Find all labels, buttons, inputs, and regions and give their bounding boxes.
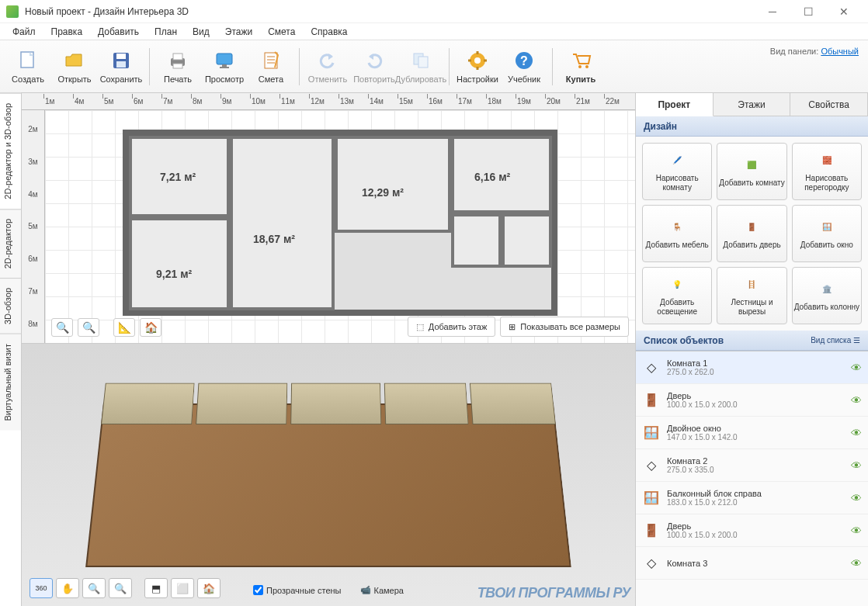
vtab-2d-editor[interactable]: 2D-редактор xyxy=(0,209,21,278)
zoom-in-3d-button[interactable]: 🔍 xyxy=(109,578,132,598)
app-icon xyxy=(6,5,19,18)
add-column-button[interactable]: 🏛️Добавить колонну xyxy=(792,267,862,324)
preview-button[interactable]: Просмотр xyxy=(201,44,248,89)
object-list: ◇Комната 1275.0 x 262.0👁 🚪Дверь100.0 x 1… xyxy=(636,351,868,606)
3d-tools: 360 ✋ 🔍 🔍 ⬒ ⬜ 🏠 xyxy=(30,578,220,598)
transparent-walls-checkbox[interactable]: Прозрачные стены xyxy=(253,585,341,595)
svg-text:?: ? xyxy=(520,54,528,68)
visibility-toggle[interactable]: 👁 xyxy=(851,362,862,374)
svg-rect-15 xyxy=(418,57,428,68)
fit-button[interactable]: ⬜ xyxy=(171,578,194,598)
list-item[interactable]: 🚪Дверь100.0 x 15.0 x 200.0👁 xyxy=(636,384,868,417)
3d-viewport[interactable]: 360 ✋ 🔍 🔍 ⬒ ⬜ 🏠 Прозрачные стены 📹 Камер… xyxy=(22,343,635,606)
settings-button[interactable]: Настройки xyxy=(454,44,501,89)
menu-view[interactable]: Вид xyxy=(185,25,217,39)
vtab-combined[interactable]: 2D-редактор и 3D-обзор xyxy=(0,93,21,209)
add-furniture-button[interactable]: 🪑Добавить мебель xyxy=(642,205,712,262)
menu-estimate[interactable]: Смета xyxy=(260,25,303,39)
show-dims-button[interactable]: ⊞Показывать все размеры xyxy=(500,317,629,337)
panel-view-link[interactable]: Обычный xyxy=(821,47,859,56)
vtab-3d-view[interactable]: 3D-обзор xyxy=(0,278,21,334)
open-button[interactable]: Открыть xyxy=(51,44,98,89)
list-item[interactable]: 🪟Балконный блок справа183.0 x 15.0 x 212… xyxy=(636,482,868,514)
menu-add[interactable]: Добавить xyxy=(90,25,147,39)
list-item[interactable]: 🚪Дверь100.0 x 15.0 x 200.0👁 xyxy=(636,514,868,547)
cut-view-button[interactable]: ⬒ xyxy=(144,578,168,598)
rotate-360-button[interactable]: 360 xyxy=(30,578,53,598)
menu-plan[interactable]: План xyxy=(147,25,185,39)
room-5[interactable] xyxy=(129,217,230,310)
room-7[interactable] xyxy=(502,213,552,268)
list-item[interactable]: ◇Комната 1275.0 x 262.0👁 xyxy=(636,351,868,384)
camera-icon: 📹 xyxy=(360,585,371,595)
visibility-toggle[interactable]: 👁 xyxy=(851,492,862,504)
minimize-button[interactable]: ─ xyxy=(755,0,790,23)
pan-button[interactable]: ✋ xyxy=(56,578,79,598)
menu-floors[interactable]: Этажи xyxy=(217,25,260,39)
visibility-toggle[interactable]: 👁 xyxy=(851,557,862,570)
menu-help[interactable]: Справка xyxy=(303,25,355,39)
visibility-toggle[interactable]: 👁 xyxy=(851,394,862,407)
stairs-cutouts-button[interactable]: 🪜Лестницы и вырезы xyxy=(717,267,786,324)
add-lighting-button[interactable]: 💡Добавить освещение xyxy=(642,267,712,324)
save-button[interactable]: Сохранить xyxy=(98,44,144,89)
watermark: ТВОИ ПРОГРАММЫ РУ xyxy=(477,585,630,601)
room-2[interactable] xyxy=(230,136,335,310)
tab-project[interactable]: Проект xyxy=(636,93,713,116)
list-item[interactable]: 🪟Двойное окно147.0 x 15.0 x 142.0👁 xyxy=(636,417,868,449)
list-item[interactable]: ◇Комната 2275.0 x 335.0👁 xyxy=(636,449,868,482)
visibility-toggle[interactable]: 👁 xyxy=(851,427,862,439)
design-tools-grid: 🖊️Нарисовать комнату 🟩Добавить комнату 🧱… xyxy=(636,137,868,331)
cart-icon xyxy=(570,50,592,71)
window-title: Новый проект - Дизайн Интерьера 3D xyxy=(25,6,755,17)
room-icon: ◇ xyxy=(642,358,661,377)
visibility-toggle[interactable]: 👁 xyxy=(851,525,862,537)
buy-button[interactable]: Купить xyxy=(557,44,604,89)
duplicate-button[interactable]: Дублировать xyxy=(398,44,444,89)
room-icon: ◇ xyxy=(642,554,661,573)
tab-floors[interactable]: Этажи xyxy=(713,93,791,116)
print-button[interactable]: Печать xyxy=(155,44,201,89)
draw-room-button[interactable]: 🖊️Нарисовать комнату xyxy=(642,143,712,200)
svg-rect-8 xyxy=(222,64,227,67)
tutorial-button[interactable]: ?Учебник xyxy=(501,44,547,89)
estimate-button[interactable]: Смета xyxy=(248,44,294,89)
zoom-in-button[interactable]: 🔍 xyxy=(78,318,99,337)
home-button[interactable]: 🏠 xyxy=(140,318,161,337)
tab-properties[interactable]: Свойства xyxy=(790,93,868,116)
add-room-button[interactable]: 🟩Добавить комнату xyxy=(717,143,786,200)
add-door-button[interactable]: 🚪Добавить дверь xyxy=(717,205,786,262)
room-3[interactable] xyxy=(335,136,451,233)
camera-checkbox[interactable]: 📹 Камера xyxy=(360,585,404,595)
visibility-toggle[interactable]: 👁 xyxy=(851,459,862,472)
ruler-vertical: 2м3м4м5м6м7м8м xyxy=(22,110,45,343)
door-small-icon: 🚪 xyxy=(642,391,661,410)
maximize-button[interactable]: ☐ xyxy=(790,0,826,23)
3d-house xyxy=(68,376,589,583)
room-6[interactable] xyxy=(451,213,502,268)
add-floor-button[interactable]: ⬚Добавить этаж xyxy=(408,317,495,337)
list-view-icon[interactable]: ☰ xyxy=(853,336,860,345)
objects-section-header: Список объектов Вид списка ☰ xyxy=(636,331,868,351)
create-button[interactable]: Создать xyxy=(5,44,51,89)
undo-button[interactable]: Отменить xyxy=(304,44,351,89)
notebook-icon xyxy=(260,50,282,71)
redo-button[interactable]: Повторить xyxy=(351,44,398,89)
stairs-icon: 🪜 xyxy=(741,275,762,295)
room-area-1: 7,21 м² xyxy=(160,171,196,183)
measure-button[interactable]: 📐 xyxy=(113,318,135,337)
zoom-out-3d-button[interactable]: 🔍 xyxy=(82,578,106,598)
menu-edit[interactable]: Правка xyxy=(43,25,91,39)
room-area-3: 12,29 м² xyxy=(362,186,404,199)
add-window-button[interactable]: 🪟Добавить окно xyxy=(792,205,862,262)
draw-partition-button[interactable]: 🧱Нарисовать перегородку xyxy=(792,143,862,200)
vtab-virtual-visit[interactable]: Виртуальный визит xyxy=(0,334,21,431)
list-item[interactable]: ◇Комната 3👁 xyxy=(636,547,868,580)
close-button[interactable]: ✕ xyxy=(826,0,862,23)
home-3d-button[interactable]: 🏠 xyxy=(197,578,220,598)
zoom-out-button[interactable]: 🔍 xyxy=(51,318,73,337)
floorplan-canvas[interactable]: 7,21 м² 18,67 м² 12,29 м² 6,16 м² 9,21 м… xyxy=(45,110,635,343)
menu-file[interactable]: Файл xyxy=(5,25,43,39)
svg-rect-2 xyxy=(116,54,126,59)
duplicate-icon xyxy=(410,50,432,71)
